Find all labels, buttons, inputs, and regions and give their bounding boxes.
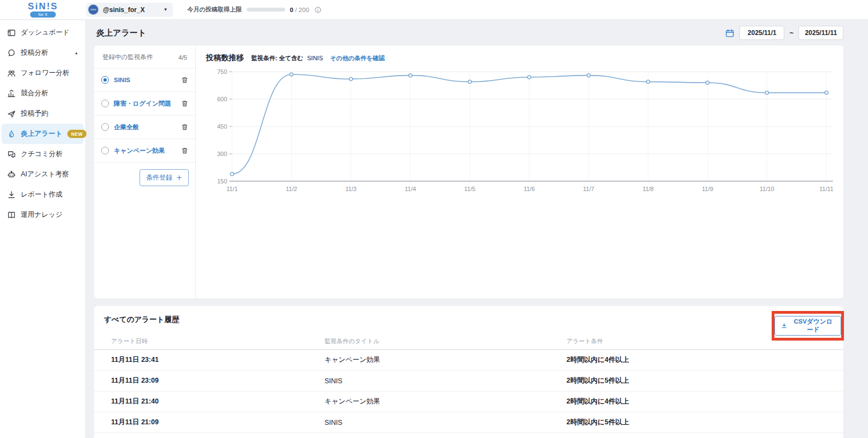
sidebar-item-label: フォロワー分析 [21,68,70,78]
quota-count: 0 / 200 [290,7,309,13]
chart-title: 投稿数推移 [206,53,244,63]
sidebar-item-dashboard[interactable]: ダッシュボード [2,22,84,43]
info-icon[interactable] [314,6,322,14]
sidebar-item-label: 投稿分析 [21,48,48,57]
trash-icon[interactable] [181,123,188,131]
history-table-row: 11月11日 21:09SINIS2時間以内に5件以上 [94,412,843,433]
condition-label[interactable]: キャンペーン効果 [114,147,165,155]
column-header-condition-title: 監視条件のタイトル [325,337,566,345]
column-header-datetime: アラート日時 [111,337,325,345]
sidebar: ダッシュボード投稿分析▲フォロワー分析競合分析投稿予約炎上アラートNEWクチコミ… [0,20,86,438]
app-logo[interactable]: SiN!S for X [0,2,86,18]
condition-row[interactable]: 障害・ログイン問題 [94,91,195,115]
reviews-icon [7,150,16,159]
condition-radio[interactable] [101,123,109,131]
account-avatar: SINIS [88,4,99,15]
sidebar-item-knowledge[interactable]: 運用ナレッジ [2,205,84,225]
svg-text:11/11: 11/11 [819,186,834,192]
svg-text:11/1: 11/1 [227,186,238,192]
chevron-down-icon: ▼ [163,7,167,12]
svg-text:11/5: 11/5 [464,186,476,192]
post-trend-chart: 15030045060075011/111/211/311/411/511/61… [206,65,840,201]
condition-label[interactable]: 障害・ログイン問題 [114,100,171,108]
history-table-row: 11月11日 23:41キャンペーン効果2時間以内に4件以上 [94,350,843,371]
conditions-count: 4/5 [178,54,187,61]
follower-analysis-icon [7,69,16,78]
date-from-input[interactable]: 2025/11/1 [739,26,784,40]
sidebar-item-post-analysis[interactable]: 投稿分析▲ [2,43,84,63]
trash-icon[interactable] [181,147,188,154]
svg-text:11/10: 11/10 [760,186,774,192]
condition-row[interactable]: 企業全般 [94,115,195,139]
other-conditions-link[interactable]: その他の条件を確認 [330,54,385,62]
date-range-separator: ~ [789,29,794,37]
dashboard-icon [7,28,16,37]
account-selector[interactable]: SINIS @sinis_for_X ▼ [86,3,173,17]
sidebar-item-follower-analysis[interactable]: フォロワー分析 [2,63,84,83]
condition-title: SINIS [325,419,566,427]
alert-history-card: すべてのアラート履歴 CSVダウンロード アラート日時 監視条件のタイトル アラ… [94,306,843,438]
alert-datetime: 11月11日 23:09 [111,376,325,385]
flame-alert-icon [7,130,16,139]
plus-icon [176,175,182,181]
condition-label[interactable]: SINIS [114,77,130,83]
sidebar-item-competitor-analysis[interactable]: 競合分析 [2,83,84,103]
top-bar: SiN!S for X SINIS @sinis_for_X ▼ 今月の投稿取得… [0,0,868,20]
chart-filter-value: SINIS [307,55,323,61]
condition-radio[interactable] [101,147,109,154]
collapse-arrow-icon[interactable]: ▲ [74,51,78,55]
svg-text:11/9: 11/9 [702,186,714,192]
svg-text:11/4: 11/4 [405,186,416,192]
alert-datetime: 11月11日 21:09 [111,418,325,427]
conditions-header: 登録中の監視条件 [102,53,153,61]
alert-datetime: 11月11日 23:41 [111,355,325,365]
register-condition-button[interactable]: 条件登録 [140,169,189,186]
condition-title: SINIS [325,377,566,385]
history-table-row: 11月11日 23:09SINIS2時間以内に5件以上 [94,371,843,391]
sidebar-item-flame-alert[interactable]: 炎上アラートNEW [2,124,84,144]
sidebar-item-label: レポート作成 [21,190,62,199]
sidebar-item-label: AIアシスト考察 [21,170,69,179]
condition-radio[interactable] [101,100,109,107]
csv-download-button[interactable]: CSVダウンロード [774,316,841,336]
svg-text:450: 450 [217,123,227,130]
sidebar-item-label: 炎上アラート [21,129,62,139]
trash-icon[interactable] [181,100,188,107]
condition-title: キャンペーン効果 [325,355,566,365]
csv-button-highlight-annotation: CSVダウンロード [772,311,844,341]
competitor-analysis-icon [7,89,16,98]
alert-condition: 2時間以内に4件以上 [566,397,843,406]
quota-progress-bar [247,8,285,11]
sidebar-item-label: 競合分析 [21,89,48,98]
svg-text:11/3: 11/3 [345,186,357,192]
ai-assist-icon [7,170,16,179]
svg-text:11/8: 11/8 [643,186,654,192]
alert-datetime: 11月11日 21:40 [111,397,325,406]
sidebar-item-ai-assist[interactable]: AIアシスト考察 [2,164,84,185]
condition-radio[interactable] [101,76,109,84]
sidebar-item-report[interactable]: レポート作成 [2,185,84,205]
sidebar-item-label: ダッシュボード [21,28,70,37]
calendar-icon[interactable] [725,28,734,38]
sidebar-item-label: 投稿予約 [21,109,48,118]
svg-text:11/7: 11/7 [583,186,594,192]
sidebar-item-post-schedule[interactable]: 投稿予約 [2,103,84,124]
svg-text:300: 300 [217,151,227,157]
svg-text:600: 600 [217,96,227,102]
report-icon [7,191,16,199]
trash-icon[interactable] [181,76,188,84]
post-schedule-icon [7,110,16,118]
sidebar-item-label: クチコミ分析 [21,149,62,159]
alert-condition: 2時間以内に4件以上 [566,355,843,365]
condition-label[interactable]: 企業全般 [114,123,139,131]
condition-title: キャンペーン効果 [325,397,566,406]
sidebar-item-reviews[interactable]: クチコミ分析 [2,144,84,164]
condition-row[interactable]: キャンペーン効果 [94,139,195,162]
sidebar-item-label: 運用ナレッジ [21,210,62,220]
post-analysis-icon [7,49,16,57]
condition-row[interactable]: SINIS [94,68,195,91]
account-name: @sinis_for_X [103,6,144,14]
alert-condition: 2時間以内に5件以上 [566,418,843,427]
date-to-input[interactable]: 2025/11/11 [798,26,843,40]
date-range-picker: 2025/11/1 ~ 2025/11/11 [725,26,843,40]
